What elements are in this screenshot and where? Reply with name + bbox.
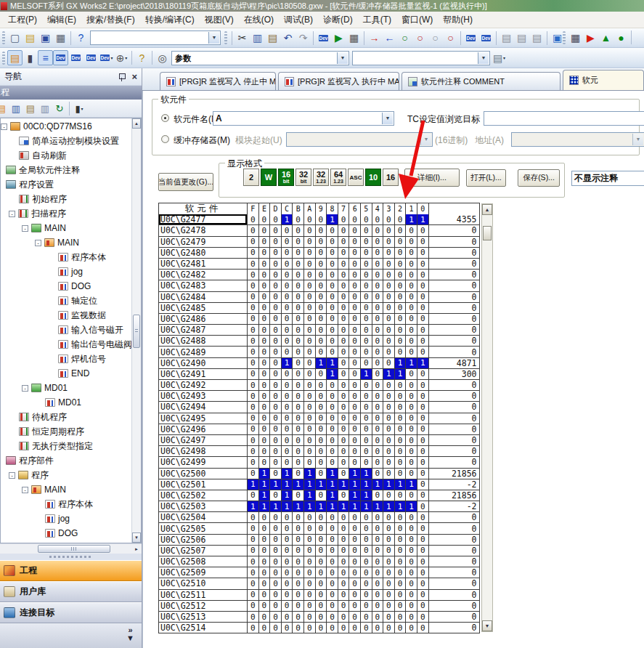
bit-cell[interactable]: 0 bbox=[304, 314, 315, 324]
bit-cell[interactable]: 0 bbox=[417, 237, 428, 247]
bit-cell[interactable]: 1 bbox=[259, 479, 270, 490]
bit-cell[interactable]: 0 bbox=[383, 546, 394, 556]
bit-cell[interactable]: 0 bbox=[316, 546, 327, 556]
bit-cell[interactable]: 0 bbox=[372, 512, 383, 522]
bit-cell[interactable]: 0 bbox=[349, 601, 360, 611]
bit-cell[interactable]: 1 bbox=[395, 479, 406, 490]
bit-cell[interactable]: 0 bbox=[361, 336, 372, 346]
bit-cell[interactable]: 0 bbox=[282, 280, 293, 291]
tree-item[interactable]: 程序本体 bbox=[1, 497, 131, 511]
bit-cell[interactable]: 0 bbox=[248, 601, 258, 611]
bit-cell[interactable]: 0 bbox=[361, 446, 372, 456]
bit-cell[interactable]: 0 bbox=[248, 336, 258, 346]
bit-cell[interactable]: 0 bbox=[349, 424, 360, 434]
menu-item[interactable]: 调试(B) bbox=[279, 12, 318, 28]
bit-cell[interactable]: 0 bbox=[259, 347, 270, 357]
value-cell[interactable]: 0 bbox=[429, 601, 479, 611]
value-cell[interactable]: 0 bbox=[429, 347, 479, 357]
bit-cell[interactable]: 0 bbox=[259, 369, 270, 379]
bit-cell[interactable]: 1 bbox=[361, 501, 372, 511]
bit-cell[interactable]: 1 bbox=[327, 214, 338, 224]
bit-cell[interactable]: 0 bbox=[417, 270, 428, 280]
bit-cell[interactable]: 0 bbox=[383, 303, 394, 313]
bit-cell[interactable]: 0 bbox=[349, 556, 360, 567]
bit-cell[interactable]: 1 bbox=[304, 501, 315, 511]
bit-cell[interactable]: 0 bbox=[417, 248, 428, 258]
bit-cell[interactable]: 0 bbox=[327, 292, 338, 302]
bit-cell[interactable]: 0 bbox=[248, 303, 258, 313]
bit-cell[interactable]: 0 bbox=[338, 512, 349, 522]
bit-cell[interactable]: 0 bbox=[304, 402, 315, 412]
bit-cell[interactable]: 0 bbox=[383, 590, 394, 600]
expander-icon[interactable]: - bbox=[9, 472, 15, 479]
format-button-32-bit[interactable]: 32bit bbox=[295, 169, 311, 186]
bit-cell[interactable]: 0 bbox=[349, 303, 360, 313]
bit-cell[interactable]: 0 bbox=[293, 469, 303, 479]
bit-cell[interactable]: 0 bbox=[304, 325, 315, 335]
bit-cell[interactable]: 1 bbox=[349, 479, 360, 490]
cut-icon[interactable]: ✂ bbox=[235, 31, 250, 46]
bit-cell[interactable]: 0 bbox=[248, 237, 258, 247]
bit-cell[interactable]: 0 bbox=[395, 601, 406, 611]
bit-cell[interactable]: 0 bbox=[270, 369, 281, 379]
bit-cell[interactable]: 0 bbox=[338, 446, 349, 456]
bit-cell[interactable]: 0 bbox=[282, 292, 293, 302]
bit-cell[interactable]: 0 bbox=[293, 590, 303, 600]
bit-cell[interactable]: 0 bbox=[259, 413, 270, 424]
menu-item[interactable]: 视图(V) bbox=[200, 12, 239, 28]
bit-cell[interactable]: 0 bbox=[338, 424, 349, 434]
value-cell[interactable]: 0 bbox=[429, 567, 479, 578]
bit-cell[interactable]: 0 bbox=[270, 303, 281, 313]
menu-item[interactable]: 帮助(H) bbox=[438, 12, 478, 28]
bit-cell[interactable]: 0 bbox=[395, 347, 406, 357]
bit-cell[interactable]: 0 bbox=[395, 402, 406, 412]
bit-cell[interactable]: 0 bbox=[293, 546, 303, 556]
bit-cell[interactable]: 0 bbox=[316, 424, 327, 434]
scroll-up-icon[interactable]: ▲ bbox=[132, 118, 141, 129]
bit-cell[interactable]: 0 bbox=[304, 578, 315, 588]
bit-cell[interactable]: 0 bbox=[248, 535, 258, 545]
tree-item[interactable]: MD01 bbox=[1, 395, 131, 410]
device-name-cell[interactable]: U0C\G2501 bbox=[159, 479, 247, 490]
format-button-16[interactable]: 16 bbox=[383, 169, 399, 186]
bit-cell[interactable]: 0 bbox=[259, 535, 270, 545]
bit-cell[interactable]: 1 bbox=[327, 358, 338, 368]
device-name-cell[interactable]: U0C\G2498 bbox=[159, 446, 247, 456]
bit-cell[interactable]: 0 bbox=[349, 391, 360, 401]
bit-cell[interactable]: 0 bbox=[417, 259, 428, 269]
bit-cell[interactable]: 0 bbox=[417, 336, 428, 346]
paste-icon[interactable]: ▤ bbox=[265, 31, 280, 46]
current-value-change-button[interactable]: 当前值更改(G)... bbox=[158, 173, 213, 191]
bit-cell[interactable]: 0 bbox=[293, 413, 303, 424]
bit-cell[interactable]: 0 bbox=[270, 435, 281, 445]
bit-cell[interactable]: 0 bbox=[248, 469, 258, 479]
device-name-cell[interactable]: U0C\G2505 bbox=[159, 523, 247, 533]
print-icon[interactable]: ▦ bbox=[53, 31, 68, 46]
bit-cell[interactable]: 0 bbox=[259, 512, 270, 522]
bit-cell[interactable]: 0 bbox=[327, 248, 338, 258]
bit-cell[interactable]: 0 bbox=[395, 457, 406, 467]
tree-item[interactable]: END bbox=[1, 366, 131, 381]
bit-cell[interactable]: 0 bbox=[304, 248, 315, 258]
bit-cell[interactable]: 0 bbox=[383, 435, 394, 445]
bit-cell[interactable]: 0 bbox=[338, 303, 349, 313]
value-cell[interactable]: -2 bbox=[429, 479, 479, 490]
bit-cell[interactable]: 0 bbox=[316, 248, 327, 258]
device-name-cell[interactable]: U0C\G2489 bbox=[159, 347, 247, 357]
device-name-cell[interactable]: U0C\G2506 bbox=[159, 535, 247, 545]
bit-cell[interactable]: 0 bbox=[338, 523, 349, 533]
bit-cell[interactable]: 0 bbox=[259, 523, 270, 533]
bit-cell[interactable]: 0 bbox=[349, 512, 360, 522]
bit-cell[interactable]: 0 bbox=[293, 402, 303, 412]
bit-cell[interactable]: 0 bbox=[349, 314, 360, 324]
value-cell[interactable]: 0 bbox=[429, 292, 479, 302]
tree-item[interactable]: -扫描程序 bbox=[1, 206, 131, 221]
bit-cell[interactable]: 0 bbox=[270, 380, 281, 390]
menu-item[interactable]: 在线(O) bbox=[239, 12, 279, 28]
bit-cell[interactable]: 0 bbox=[395, 413, 406, 424]
bit-cell[interactable]: 0 bbox=[248, 402, 258, 412]
bit-cell[interactable]: 0 bbox=[417, 578, 428, 588]
bit-cell[interactable]: 1 bbox=[395, 369, 406, 379]
bit-cell[interactable]: 0 bbox=[248, 612, 258, 622]
bit-cell[interactable]: 0 bbox=[395, 237, 406, 247]
